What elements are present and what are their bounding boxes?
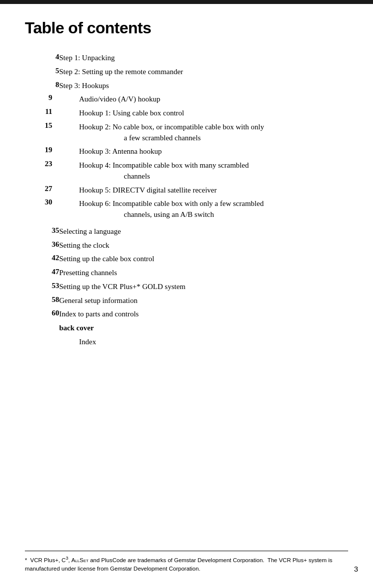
page-num-9: 27	[25, 184, 59, 197]
toc-label-backcover: back cover	[59, 321, 348, 335]
toc-row-7: 19 Hookup 3: Antenna hookup	[25, 145, 348, 159]
toc-label-9: Hookup 5: DIRECTV digital satellite rece…	[59, 184, 348, 197]
toc-row-4: 9 Audio/video (A/V) hookup	[25, 93, 348, 106]
toc-row-14: 47 Presetting channels	[25, 266, 348, 280]
toc-row-12: 36 Setting the clock	[25, 239, 348, 253]
page-num-16: 58	[25, 294, 59, 308]
header-bar	[0, 0, 373, 4]
page-num-15: 53	[25, 280, 59, 294]
page-num-11: 35	[25, 225, 59, 239]
toc-label-7: Hookup 3: Antenna hookup	[59, 145, 348, 159]
page-num-17: 60	[25, 307, 59, 321]
page-num-7: 19	[25, 145, 59, 159]
page-num-3: 8	[25, 79, 59, 93]
toc-label-index: Index	[59, 335, 348, 349]
page-num-10: 30	[25, 197, 59, 222]
toc-row-5: 11 Hookup 1: Using cable box control	[25, 106, 348, 120]
page-num-13: 42	[25, 252, 59, 266]
page-num-index	[25, 335, 59, 349]
page-title: Table of contents	[25, 19, 348, 37]
toc-row-13: 42 Setting up the cable box control	[25, 252, 348, 266]
toc-label-4: Audio/video (A/V) hookup	[59, 93, 348, 106]
toc-table: 4 Step 1: Unpacking 5 Step 2: Setting up…	[25, 51, 348, 349]
page-num-backcover	[25, 321, 59, 335]
footer-divider	[25, 551, 348, 551]
page-num-14: 47	[25, 266, 59, 280]
toc-row-1: 4 Step 1: Unpacking	[25, 51, 348, 65]
toc-row-8: 23 Hookup 4: Incompatible cable box with…	[25, 159, 348, 184]
footer-text: * VCR Plus+, C3, AllSet and PlusCode are…	[25, 555, 348, 573]
toc-label-10: Hookup 6: Incompatible cable box with on…	[59, 197, 348, 222]
page-container: Table of contents 4 Step 1: Unpacking 5 …	[0, 4, 373, 389]
page-num-8: 23	[25, 159, 59, 184]
page-num-6: 15	[25, 120, 59, 145]
toc-row-backcover: back cover	[25, 321, 348, 335]
toc-row-17: 60 Index to parts and controls	[25, 307, 348, 321]
toc-row-15: 53 Setting up the VCR Plus+* GOLD system	[25, 280, 348, 294]
toc-label-2: Step 2: Setting up the remote commander	[59, 65, 348, 79]
toc-label-3: Step 3: Hookups	[59, 79, 348, 93]
toc-label-1: Step 1: Unpacking	[59, 51, 348, 65]
page-num-2: 5	[25, 65, 59, 79]
toc-label-6: Hookup 2: No cable box, or incompatible …	[59, 120, 348, 145]
page-num-4: 9	[25, 93, 59, 106]
toc-label-12: Setting the clock	[59, 239, 348, 253]
toc-row-16: 58 General setup information	[25, 294, 348, 308]
page-num-12: 36	[25, 239, 59, 253]
toc-label-11: Selecting a language	[59, 225, 348, 239]
toc-row-index: Index	[25, 335, 348, 349]
page-num-5: 11	[25, 106, 59, 120]
toc-row-11: 35 Selecting a language	[25, 225, 348, 239]
footer: * VCR Plus+, C3, AllSet and PlusCode are…	[25, 551, 348, 573]
toc-label-5: Hookup 1: Using cable box control	[59, 106, 348, 120]
toc-label-13: Setting up the cable box control	[59, 252, 348, 266]
toc-row-6: 15 Hookup 2: No cable box, or incompatib…	[25, 120, 348, 145]
toc-row-9: 27 Hookup 5: DIRECTV digital satellite r…	[25, 184, 348, 197]
toc-row-3: 8 Step 3: Hookups	[25, 79, 348, 93]
toc-row-10: 30 Hookup 6: Incompatible cable box with…	[25, 197, 348, 222]
toc-label-8: Hookup 4: Incompatible cable box with ma…	[59, 159, 348, 184]
toc-label-16: General setup information	[59, 294, 348, 308]
toc-label-17: Index to parts and controls	[59, 307, 348, 321]
toc-label-14: Presetting channels	[59, 266, 348, 280]
toc-label-15: Setting up the VCR Plus+* GOLD system	[59, 280, 348, 294]
toc-row-2: 5 Step 2: Setting up the remote commande…	[25, 65, 348, 79]
page-num-1: 4	[25, 51, 59, 65]
page-number: 3	[354, 565, 358, 573]
